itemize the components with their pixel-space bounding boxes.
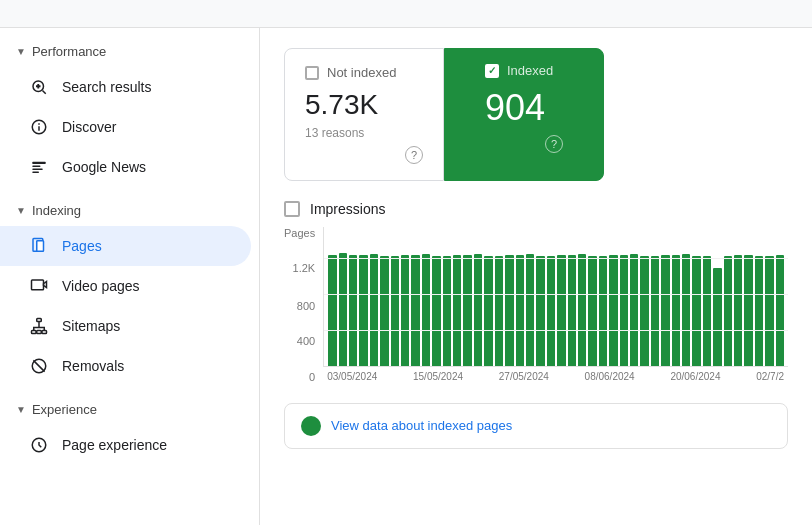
bar (755, 256, 763, 365)
bar (463, 255, 471, 366)
impressions-row: Impressions (284, 201, 788, 217)
discover-icon (28, 116, 50, 138)
bar (568, 255, 576, 366)
bar (776, 255, 784, 366)
indexing-section-header[interactable]: ▼ Indexing (0, 195, 259, 226)
bar (734, 255, 742, 366)
bar (349, 255, 357, 366)
top-bar (0, 0, 812, 28)
view-data-text[interactable]: View data about indexed pages (331, 418, 512, 433)
bar (620, 255, 628, 366)
experience-section-header[interactable]: ▼ Experience (0, 394, 259, 425)
x-label-5: 20/06/2024 (670, 371, 720, 382)
sidebar-item-pages[interactable]: Pages (0, 226, 251, 266)
bar (411, 255, 419, 366)
view-data-row[interactable]: View data about indexed pages (284, 403, 788, 449)
bar (422, 254, 430, 366)
experience-arrow-icon: ▼ (16, 404, 26, 415)
search-results-icon (28, 76, 50, 98)
svg-rect-11 (42, 331, 47, 334)
sidebar-item-search-results[interactable]: Search results (0, 67, 251, 107)
bar (744, 255, 752, 366)
main-container: ▼ Performance Search results Discover Go… (0, 28, 812, 525)
bar (724, 256, 732, 365)
bar (484, 256, 492, 365)
svg-rect-10 (37, 331, 42, 334)
pages-label: Pages (62, 238, 102, 254)
bar (630, 254, 638, 366)
bar (661, 255, 669, 366)
not-indexed-info: ? (305, 146, 423, 164)
bar (516, 255, 524, 366)
gridline-400 (324, 330, 788, 331)
sidebar-item-discover[interactable]: Discover (0, 107, 251, 147)
x-label-1: 03/05/2024 (327, 371, 377, 382)
indexed-info-icon[interactable]: ? (545, 135, 563, 153)
page-experience-icon (28, 434, 50, 456)
bar (609, 255, 617, 366)
pages-icon (28, 235, 50, 257)
not-indexed-header: Not indexed (305, 65, 423, 80)
not-indexed-card[interactable]: Not indexed 5.73K 13 reasons ? (284, 48, 444, 181)
page-experience-label: Page experience (62, 437, 167, 453)
bar (765, 256, 773, 365)
indexing-arrow-icon: ▼ (16, 205, 26, 216)
bar (391, 256, 399, 365)
svg-rect-9 (32, 331, 37, 334)
bar (328, 255, 336, 366)
removals-icon (28, 355, 50, 377)
video-pages-label: Video pages (62, 278, 140, 294)
bar (453, 255, 461, 366)
sitemaps-label: Sitemaps (62, 318, 120, 334)
view-data-icon (301, 416, 321, 436)
bar (474, 254, 482, 366)
not-indexed-info-icon[interactable]: ? (405, 146, 423, 164)
svg-rect-7 (32, 280, 44, 290)
bar (536, 256, 544, 365)
indexed-card[interactable]: Indexed 904 ? (444, 48, 604, 181)
sidebar-item-removals[interactable]: Removals (0, 346, 251, 386)
bar (401, 255, 409, 366)
bar (578, 254, 586, 366)
cards-row: Not indexed 5.73K 13 reasons ? Indexed 9… (284, 48, 788, 181)
svg-line-13 (33, 360, 44, 371)
search-results-label: Search results (62, 79, 151, 95)
discover-label: Discover (62, 119, 116, 135)
sidebar: ▼ Performance Search results Discover Go… (0, 28, 260, 525)
performance-section-header[interactable]: ▼ Performance (0, 36, 259, 67)
sidebar-item-sitemaps[interactable]: Sitemaps (0, 306, 251, 346)
bar (339, 253, 347, 366)
svg-rect-2 (32, 166, 40, 168)
sidebar-item-video-pages[interactable]: Video pages (0, 266, 251, 306)
bar (557, 255, 565, 366)
svg-rect-6 (37, 241, 44, 252)
sidebar-item-google-news[interactable]: Google News (0, 147, 251, 187)
indexed-value: 904 (485, 86, 563, 129)
gridline-800 (324, 294, 788, 295)
indexed-info: ? (485, 135, 563, 153)
impressions-checkbox[interactable] (284, 201, 300, 217)
bar (359, 255, 367, 366)
bar (505, 255, 513, 366)
not-indexed-checkbox[interactable] (305, 66, 319, 80)
chart-x-labels: 03/05/2024 15/05/2024 27/05/2024 08/06/2… (323, 371, 788, 382)
svg-rect-8 (37, 319, 42, 322)
bar (443, 256, 451, 365)
bar (599, 256, 607, 365)
bar (495, 256, 503, 365)
x-label-4: 08/06/2024 (585, 371, 635, 382)
experience-label: Experience (32, 402, 97, 417)
sidebar-item-page-experience[interactable]: Page experience (0, 425, 251, 465)
gridline-1200 (324, 258, 788, 259)
bar (672, 255, 680, 366)
indexed-checkbox[interactable] (485, 64, 499, 78)
chart-y-0: 0 (309, 371, 315, 383)
bar (713, 268, 721, 366)
bar (432, 256, 440, 365)
sitemaps-icon (28, 315, 50, 337)
svg-rect-1 (32, 162, 46, 164)
svg-rect-4 (32, 172, 39, 174)
bar (703, 256, 711, 365)
content-area: Not indexed 5.73K 13 reasons ? Indexed 9… (260, 28, 812, 525)
google-news-label: Google News (62, 159, 146, 175)
